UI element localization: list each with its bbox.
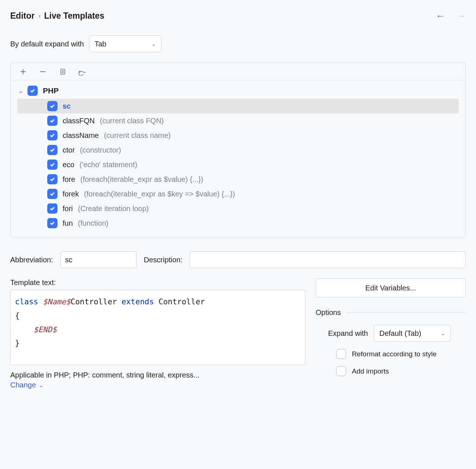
- group-checkbox[interactable]: [27, 86, 38, 96]
- code-keyword: class: [15, 297, 38, 306]
- chevron-down-icon[interactable]: ⌄: [17, 87, 24, 94]
- default-expand-value: Tab: [94, 40, 106, 48]
- template-item[interactable]: eco('echo' statement): [17, 157, 459, 172]
- template-item[interactable]: classFQN(current class FQN): [17, 113, 459, 128]
- template-items: scclassFQN(current class FQN)className(c…: [15, 99, 461, 230]
- item-name: ctor: [63, 146, 75, 154]
- edit-variables-label: Edit Variables...: [365, 284, 416, 292]
- item-checkbox[interactable]: [47, 160, 57, 170]
- item-checkbox[interactable]: [47, 174, 57, 184]
- tree-toolbar: [11, 63, 465, 80]
- breadcrumb: Editor › Live Templates: [10, 11, 104, 21]
- item-description: (constructor): [80, 146, 121, 154]
- default-expand-label: By default expand with: [10, 40, 84, 48]
- breadcrumb-current: Live Templates: [44, 11, 104, 21]
- item-name: fun: [63, 219, 73, 228]
- template-item[interactable]: fun(function): [17, 216, 459, 230]
- nav-arrows: ← →: [436, 10, 466, 22]
- default-expand-select[interactable]: Tab ⌄: [89, 35, 161, 52]
- chevron-down-icon: ⌄: [441, 330, 445, 336]
- item-description: (current class name): [104, 131, 171, 140]
- back-icon[interactable]: ←: [436, 10, 445, 22]
- item-name: className: [63, 131, 99, 140]
- code-variable: $END$: [34, 325, 57, 334]
- add-imports-checkbox[interactable]: [336, 366, 346, 376]
- chevron-down-icon: ⌄: [39, 382, 44, 389]
- item-checkbox[interactable]: [47, 101, 57, 111]
- code-keyword: extends: [122, 297, 154, 306]
- expand-with-select[interactable]: Default (Tab) ⌄: [374, 325, 451, 342]
- code-text: Controller: [159, 297, 205, 306]
- description-input[interactable]: [190, 251, 466, 268]
- item-checkbox[interactable]: [47, 189, 57, 199]
- item-checkbox[interactable]: [47, 218, 57, 228]
- forward-icon: →: [456, 10, 466, 22]
- item-name: fori: [63, 205, 73, 213]
- item-name: fore: [63, 175, 75, 184]
- group-row-php[interactable]: ⌄ PHP: [15, 84, 461, 97]
- expand-with-row: Expand with Default (Tab) ⌄: [316, 325, 466, 342]
- applicable-context: Applicable in PHP; PHP: comment, string …: [10, 371, 305, 379]
- item-description: (function): [78, 219, 108, 228]
- item-checkbox[interactable]: [47, 203, 57, 214]
- divider: [346, 312, 466, 313]
- chevron-down-icon: ⌄: [152, 41, 156, 47]
- change-link-text: Change: [10, 381, 36, 389]
- breadcrumb-parent[interactable]: Editor: [10, 11, 34, 21]
- template-item[interactable]: fori(Create iteration loop): [17, 201, 459, 216]
- chevron-right-icon: ›: [38, 12, 40, 20]
- reformat-row[interactable]: Reformat according to style: [316, 349, 466, 359]
- templates-tree-panel: ⌄ PHP scclassFQN(current class FQN)class…: [10, 63, 466, 237]
- item-name: classFQN: [63, 117, 95, 125]
- add-icon[interactable]: [19, 67, 27, 76]
- template-item[interactable]: forek(foreach(iterable_expr as $key => $…: [17, 187, 459, 201]
- add-imports-row[interactable]: Add imports: [316, 366, 466, 376]
- revert-icon[interactable]: [78, 67, 87, 76]
- template-text-label: Template text:: [10, 278, 305, 287]
- lower-grid: Template text: class $Name$Controller ex…: [10, 278, 466, 389]
- item-name: sc: [63, 102, 71, 110]
- item-description: (current class FQN): [100, 117, 164, 125]
- options-heading: Options: [316, 308, 466, 317]
- code-text: Controller: [71, 297, 117, 306]
- expand-with-value: Default (Tab): [379, 329, 421, 338]
- description-label: Description:: [144, 256, 183, 264]
- item-description: (foreach(iterable_expr as $value) {...}): [80, 175, 203, 184]
- item-name: eco: [63, 161, 74, 169]
- item-name: forek: [63, 190, 79, 198]
- options-heading-text: Options: [316, 308, 341, 317]
- item-checkbox[interactable]: [47, 145, 57, 155]
- default-expand-row: By default expand with Tab ⌄: [10, 35, 466, 52]
- expand-with-label: Expand with: [328, 329, 368, 338]
- change-context-link[interactable]: Change ⌄: [10, 381, 44, 389]
- tree-body: ⌄ PHP scclassFQN(current class FQN)class…: [11, 80, 465, 237]
- template-item[interactable]: sc: [17, 99, 459, 113]
- group-label: PHP: [43, 86, 59, 95]
- add-imports-label: Add imports: [352, 367, 389, 375]
- abbr-desc-row: Abbreviation: Description:: [10, 251, 466, 268]
- code-variable: $Name$: [43, 297, 71, 306]
- item-description: (Create iteration loop): [78, 205, 149, 213]
- item-checkbox[interactable]: [47, 130, 57, 140]
- item-description: ('echo' statement): [79, 161, 137, 169]
- duplicate-icon[interactable]: [58, 67, 67, 76]
- item-checkbox[interactable]: [47, 116, 57, 126]
- template-item[interactable]: className(current class name): [17, 128, 459, 143]
- edit-variables-button[interactable]: Edit Variables...: [316, 278, 466, 297]
- reformat-checkbox[interactable]: [336, 349, 346, 359]
- template-text-editor[interactable]: class $Name$Controller extends Controlle…: [10, 290, 305, 365]
- header: Editor › Live Templates ← →: [10, 10, 466, 22]
- template-item[interactable]: fore(foreach(iterable_expr as $value) {.…: [17, 172, 459, 187]
- options-column: Edit Variables... Options Expand with De…: [316, 278, 466, 389]
- reformat-label: Reformat according to style: [352, 350, 436, 358]
- abbreviation-label: Abbreviation:: [10, 256, 53, 264]
- abbreviation-input[interactable]: [60, 251, 137, 268]
- template-text-column: Template text: class $Name$Controller ex…: [10, 278, 305, 389]
- item-description: (foreach(iterable_expr as $key => $value…: [84, 190, 235, 198]
- template-item[interactable]: ctor(constructor): [17, 143, 459, 157]
- remove-icon[interactable]: [38, 67, 47, 76]
